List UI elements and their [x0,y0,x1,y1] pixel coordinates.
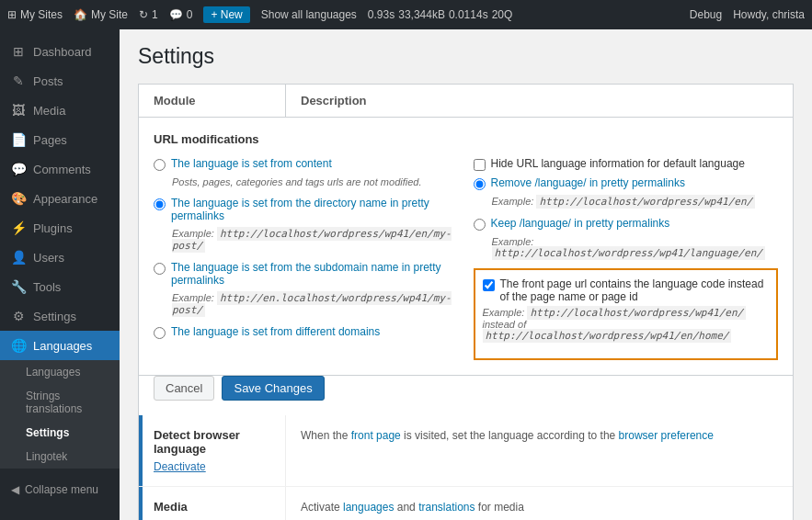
sidebar-item-settings[interactable]: ⚙ Settings [0,301,120,331]
sidebar-item-label: Appearance [33,192,97,206]
sidebar-item-label: Tools [33,280,61,294]
sidebar-item-label: Plugins [33,221,73,235]
example-front-page: Example: http://localhost/wordpress/wp41… [483,307,770,342]
save-changes-button[interactable]: Save Changes [222,376,324,401]
sidebar-item-pages[interactable]: 📄 Pages [0,125,120,154]
url-section-title: URL modifications [154,132,778,146]
collapse-menu-button[interactable]: ◀ Collapse menu [0,476,120,503]
module-media-name: Media [154,500,270,514]
sidebar-item-label: Comments [33,163,91,176]
page-title: Settings [138,44,794,69]
sidebar-item-users[interactable]: 👤 Users [0,243,120,272]
settings-table: Module Description URL modifications The… [138,84,794,520]
module-media-desc: Activate languages and translations for … [286,487,793,520]
admin-bar: ⊞ My Sites 🏠 My Site ↻ 1 💬 0 + New Show … [0,0,812,29]
howdy-user[interactable]: Howdy, christa [733,8,805,21]
updates[interactable]: ↻ 1 [139,8,158,21]
comments-bar[interactable]: 💬 0 [169,8,193,21]
users-icon: 👤 [11,250,26,265]
wp-icon: ⊞ [7,8,17,21]
radio-remove-language: Remove /language/ in pretty permalinks [474,176,779,190]
sidebar-item-label: Media [33,104,65,118]
radio-keep-language-label[interactable]: Keep /language/ in pretty permalinks [491,217,670,230]
radio-keep-language-input[interactable] [474,219,486,231]
new-content-button[interactable]: + New [203,6,249,23]
example-remove: Example: http://localhost/wordpress/wp41… [474,196,779,208]
debug-button[interactable]: Debug [690,8,722,21]
languages-submenu: Languages Strings translations Settings … [0,360,120,469]
example-keep: Example: http://localhost/wordpress/wp41… [474,236,779,259]
url-right-col: Hide URL language information for defaul… [474,157,779,360]
module-row-detect: Detect browser language Deactivate When … [139,415,793,487]
sidebar-item-media[interactable]: 🖼 Media [0,96,120,125]
radio-from-directory-label[interactable]: The language is set from the directory n… [171,197,459,222]
radio-from-domains-input[interactable] [154,327,166,339]
radio-keep-language: Keep /language/ in pretty permalinks [474,217,779,231]
my-site[interactable]: 🏠 My Site [74,8,128,21]
sidebar-item-label: Users [33,251,64,265]
description-header: Description [286,85,793,117]
radio-remove-language-label[interactable]: Remove /language/ in pretty permalinks [491,176,685,189]
checkbox-hide-default: Hide URL language information for defaul… [474,157,779,171]
sidebar-item-dashboard[interactable]: ⊞ Dashboard [0,37,120,66]
radio-from-subdomain-label[interactable]: The language is set from the subdomain n… [171,261,459,287]
sidebar-item-appearance[interactable]: 🎨 Appearance [0,184,120,213]
sidebar-item-languages[interactable]: 🌐 Languages [0,331,120,360]
radio-from-content-input[interactable] [154,159,166,171]
radio-from-subdomain: The language is set from the subdomain n… [154,261,459,287]
radio-from-subdomain-input[interactable] [154,263,166,275]
submenu-item-languages[interactable]: Languages [0,360,120,384]
pages-icon: 📄 [11,132,26,147]
submenu-item-lingotek[interactable]: Lingotek [0,445,120,469]
detect-deactivate-link[interactable]: Deactivate [154,460,206,473]
checkbox-front-page-label: The front page url contains the language… [500,277,770,303]
home-icon: 🏠 [74,8,87,21]
radio-remove-language-input[interactable] [474,178,486,190]
cancel-button[interactable]: Cancel [154,376,214,401]
radio-from-domains-label[interactable]: The language is set from different domai… [171,325,380,338]
module-detect-name: Detect browser language [154,428,270,456]
form-button-row: Cancel Save Changes [139,376,793,415]
module-row-media: Media Deactivate Activate languages and … [139,487,793,520]
module-header: Module [139,85,286,117]
sidebar-item-label: Languages [33,339,92,353]
url-left-col: The language is set from content Posts, … [154,157,459,360]
radio-from-content: The language is set from content [154,157,459,171]
checkbox-front-page: The front page url contains the language… [483,277,770,303]
submenu-item-settings[interactable]: Settings [0,421,120,445]
module-detect-info: Detect browser language Deactivate [139,415,286,486]
my-sites[interactable]: ⊞ My Sites [7,8,63,21]
sidebar-item-plugins[interactable]: ⚡ Plugins [0,213,120,243]
sidebar-item-label: Dashboard [33,45,92,59]
checkbox-front-page-input[interactable] [483,279,495,291]
sidebar-item-comments[interactable]: 💬 Comments [0,154,120,184]
module-media-description: Activate languages and translations for … [301,501,524,514]
settings-icon: ⚙ [11,309,26,323]
sidebar: ⊞ Dashboard ✎ Posts 🖼 Media 📄 Pages 💬 Co… [0,29,120,520]
collapse-icon: ◀ [11,483,19,496]
submenu-item-strings[interactable]: Strings translations [0,384,120,421]
radio-from-content-label[interactable]: The language is set from content [171,157,332,170]
comment-icon: 💬 [169,8,183,21]
sidebar-item-label: Posts [33,74,63,88]
url-options: The language is set from content Posts, … [154,157,778,360]
radio-from-directory-input[interactable] [154,198,166,210]
sidebar-item-label: Pages [33,133,67,147]
example-subdomain: Example: http://en.localhost/wordpress/w… [154,292,459,316]
sidebar-item-tools[interactable]: 🔧 Tools [0,272,120,301]
sidebar-item-posts[interactable]: ✎ Posts [0,66,120,96]
example-directory: Example: http://localhost/wordpress/wp41… [154,228,459,252]
checkbox-hide-default-label[interactable]: Hide URL language information for defaul… [491,157,745,170]
module-detect-desc: When the front page is visited, set the … [286,415,793,486]
table-header: Module Description [139,85,793,118]
main-content: Settings Module Description URL modifica… [120,29,812,520]
posts-icon: ✎ [11,73,26,88]
appearance-icon: 🎨 [11,191,26,206]
module-media-info: Media Deactivate [139,487,286,520]
radio-from-domains: The language is set from different domai… [154,325,459,339]
languages-icon: 🌐 [11,338,26,353]
comments-icon: 💬 [11,162,26,176]
show-all-languages[interactable]: Show all languages [261,8,357,21]
checkbox-hide-default-input[interactable] [474,159,486,171]
media-icon: 🖼 [11,103,26,118]
